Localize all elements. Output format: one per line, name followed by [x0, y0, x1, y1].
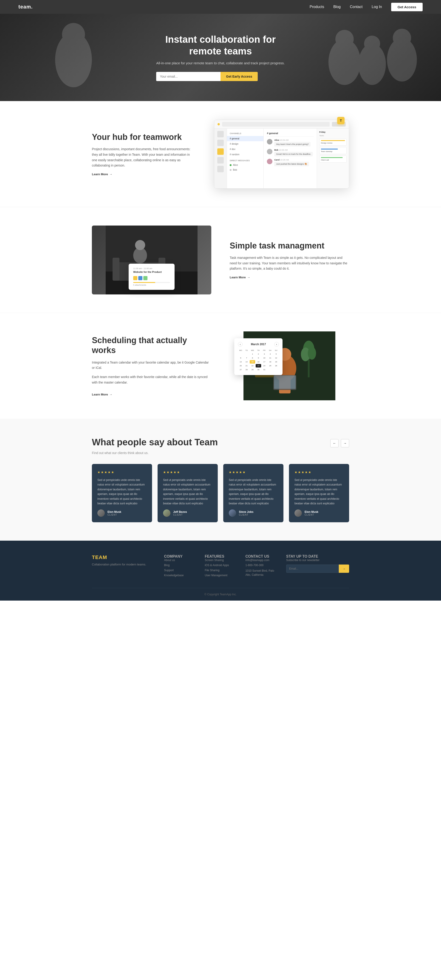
footer-link-knowledgebase[interactable]: Knowledgebase	[164, 574, 196, 577]
cal-day[interactable]: 15	[250, 360, 255, 364]
svg-point-14	[135, 240, 145, 250]
cal-day[interactable]: 1	[250, 352, 255, 356]
testimonial-author-1: Elon Musk Client	[97, 509, 146, 517]
feature3-row: Scheduling that actually works Integrate…	[92, 331, 349, 400]
footer-divider	[92, 588, 349, 588]
stars-3: ★★★★★	[229, 470, 278, 474]
feature3-learn-more[interactable]: Learn More →	[92, 393, 112, 396]
arrow-right-icon: →	[109, 172, 112, 176]
newsletter-email-input[interactable]	[286, 565, 339, 573]
cal-day-header: FR	[262, 349, 267, 352]
cal-day[interactable]: 11	[267, 356, 273, 360]
cal-day[interactable]: 13	[238, 360, 244, 364]
nav-link-blog[interactable]: Blog	[333, 5, 341, 9]
svg-point-23	[308, 347, 316, 360]
cal-day[interactable]: 29	[250, 368, 255, 371]
svg-point-7	[393, 29, 411, 47]
cal-day[interactable]: 28	[244, 368, 250, 371]
newsletter-submit-button[interactable]: →	[339, 565, 349, 573]
cal-day[interactable]: 14	[244, 360, 250, 364]
cal-day[interactable]: 12	[273, 356, 279, 360]
cal-day[interactable]: 18	[267, 360, 273, 364]
nav-link-contact[interactable]: Contact	[350, 5, 363, 9]
author-info-1: Elon Musk Client	[108, 510, 121, 516]
task-card-title: Website for the Product	[133, 270, 170, 273]
footer-phone[interactable]: 1-800-700-300	[245, 563, 277, 567]
cal-day[interactable]: 22	[250, 364, 255, 368]
svg-rect-11	[113, 258, 119, 281]
cal-day[interactable]: 6	[238, 356, 244, 360]
nav-links: Products Blog Contact Log In Get Access	[310, 3, 423, 11]
footer-link-user-management[interactable]: User Management	[205, 574, 236, 577]
stars-4: ★★★★★	[295, 470, 344, 474]
nav-link-login[interactable]: Log In	[372, 5, 382, 9]
cal-day[interactable]: 24	[262, 364, 267, 368]
cal-day[interactable]: 10	[262, 356, 267, 360]
author-role-1: Client	[108, 514, 121, 516]
testimonial-author-3: Steve Jobs Client	[229, 509, 278, 517]
footer-link-file-sharing[interactable]: File Sharing	[205, 569, 236, 572]
cal-day[interactable]: 9	[256, 356, 261, 360]
cal-prev-button[interactable]: ‹	[238, 342, 242, 347]
footer-link-blog[interactable]: Blog	[164, 563, 196, 567]
footer-contact-col: CONTACT US info@teamapp.com 1-800-700-30…	[245, 554, 277, 579]
cal-day[interactable]: 21	[244, 364, 250, 368]
nav-get-access-button[interactable]: Get Access	[391, 3, 423, 11]
feature1-heading: Your hub for teamwork	[92, 132, 196, 142]
footer-newsletter-col: STAY UP TO DATE Subscribe to our newslet…	[286, 554, 349, 579]
svg-rect-29	[274, 375, 296, 389]
cal-day[interactable]: 23	[256, 364, 261, 368]
cal-day[interactable]: 25	[267, 364, 273, 368]
arrow-right-icon3: →	[109, 393, 112, 396]
feature3-body1: Integrated a Team calendar with your fav…	[92, 360, 211, 371]
cal-day[interactable]: 5	[273, 352, 279, 356]
footer-email[interactable]: info@teamapp.com	[245, 558, 277, 562]
cal-day[interactable]: 20	[238, 364, 244, 368]
footer-features-heading: FEATURES	[205, 554, 236, 558]
cal-day[interactable]: 26	[273, 364, 279, 368]
footer-link-ios-android[interactable]: iOS & Android Apps	[205, 563, 236, 567]
hero-cta-button[interactable]: Get Early Access	[221, 72, 258, 81]
author-info-2: Jeff Bezos Client	[173, 510, 187, 516]
footer-link-about[interactable]: About us	[164, 558, 196, 562]
footer-newsletter-heading: STAY UP TO DATE	[286, 554, 349, 558]
testimonials-prev-button[interactable]: ←	[330, 439, 339, 447]
cal-day-header: TH	[256, 349, 261, 352]
footer-copyright: © Copyright TeamApp Inc.	[92, 593, 349, 596]
testimonial-card-4: ★★★★★ Sed ut perspiciatis unde omnis ist…	[289, 464, 349, 522]
svg-point-3	[335, 30, 354, 48]
cal-day[interactable]: 3	[262, 352, 267, 356]
cal-day[interactable]: 16	[256, 360, 261, 364]
nav-logo: team.	[18, 4, 33, 10]
author-name-3: Steve Jobs	[239, 510, 253, 514]
cal-day[interactable]: 4	[267, 352, 273, 356]
cal-day[interactable]: 19	[273, 360, 279, 364]
testimonials-next-button[interactable]: →	[341, 439, 349, 447]
svg-point-1	[62, 23, 85, 46]
cal-day[interactable]: 17	[262, 360, 267, 364]
feature2-task-card: 11:00 am - 11:00 am Website for the Prod…	[129, 264, 175, 290]
footer-inner: TEAM Collaboration platform for modern t…	[83, 554, 358, 596]
cal-day[interactable]: 7	[244, 356, 250, 360]
cal-day[interactable]: 8	[250, 356, 255, 360]
cal-day-header: MO	[238, 349, 244, 352]
cal-day[interactable]: 2	[256, 352, 261, 356]
cal-next-button[interactable]: ›	[274, 342, 279, 347]
testimonial-author-2: Jeff Bezos Client	[163, 509, 212, 517]
feature2-text: Simple task managment Task management wi…	[230, 241, 349, 280]
hero-headline: Instant collaboration for remote teams	[156, 34, 285, 57]
hero-email-input[interactable]	[156, 72, 221, 81]
testimonials-inner: What people say about Team ← → Find out …	[83, 437, 358, 522]
footer-link-screen-sharing[interactable]: Screen Sharing	[205, 558, 236, 562]
feature2-learn-more[interactable]: Learn More →	[230, 275, 250, 279]
nav-link-products[interactable]: Products	[310, 5, 324, 9]
newsletter-form: →	[286, 565, 349, 573]
cal-day[interactable]: 27	[238, 368, 244, 371]
feature1-learn-more[interactable]: Learn More →	[92, 172, 112, 176]
feature2-section: Simple task managment Task management wi…	[0, 207, 441, 313]
footer-link-support[interactable]: Support	[164, 569, 196, 572]
cal-day[interactable]: 31	[262, 368, 267, 371]
cal-day[interactable]: 30	[256, 368, 261, 371]
footer-company-col: COMPANY About us Blog Support Knowledgeb…	[164, 554, 196, 579]
avatar-2	[163, 509, 170, 517]
